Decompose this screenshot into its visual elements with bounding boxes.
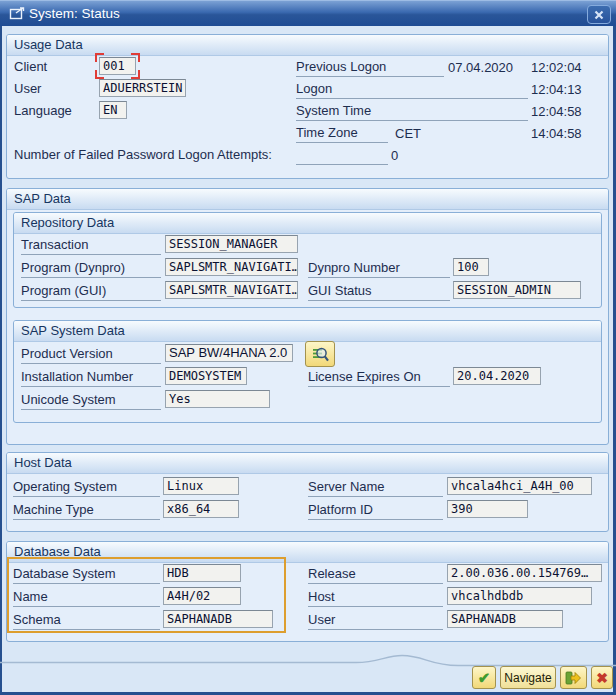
failed-attempts-value: 0 [391,147,398,165]
navigate-button[interactable]: Navigate [500,666,556,689]
check-icon: ✔ [478,670,491,685]
cancel-button[interactable]: ✖ [591,666,613,689]
system-time-value: 12:04:58 [531,103,582,121]
failed-attempts-label: Number of Failed Password Logon Attempts… [14,146,272,165]
unicode-system-field[interactable]: Yes [165,390,270,408]
time-zone-time: 14:04:58 [531,125,582,143]
language-label: Language [14,102,72,121]
logon-time: 12:04:13 [531,81,582,99]
title-bar: System: Status [0,0,616,26]
database-system-field[interactable]: HDB [163,564,241,582]
dynpro-number-field[interactable]: 100 [453,258,489,276]
system-time-label: System Time [296,102,528,121]
installation-number-label: Installation Number [21,368,161,387]
server-name-field[interactable]: vhcala4hci_A4H_00 [447,477,592,495]
repository-data-header: Repository Data [14,213,601,234]
host-data-header: Host Data [7,453,608,474]
window-border-left [0,26,2,695]
client-label: Client [14,58,47,77]
machine-type-field[interactable]: x86_64 [163,500,239,518]
previous-logon-time: 12:02:04 [531,59,582,77]
release-field[interactable]: 2.00.036.00.154769… [447,564,602,582]
client-field[interactable]: 001 [99,57,136,75]
usage-data-header: Usage Data [7,35,608,56]
product-version-details-button[interactable] [305,341,335,367]
platform-id-label: Platform ID [308,501,443,520]
previous-logon-label: Previous Logon [296,58,444,77]
platform-id-field[interactable]: 390 [447,500,528,518]
release-label: Release [308,565,443,584]
logon-label: Logon [296,80,528,99]
time-zone-label: Time Zone [296,124,388,143]
transaction-label: Transaction [21,236,161,255]
dynpro-number-label: Dynpro Number [308,259,450,278]
db-host-label: Host [308,588,443,607]
close-button[interactable] [587,5,611,24]
user-label: User [14,80,41,99]
installation-number-field[interactable]: DEMOSYSTEM [165,367,247,385]
server-name-label: Server Name [308,478,443,497]
license-expires-label: License Expires On [308,368,450,387]
program-dynpro-field[interactable]: SAPLSMTR_NAVIGATI… [165,258,298,276]
product-version-label: Product Version [21,345,161,364]
product-version-field[interactable]: SAP BW/4HANA 2.0 [165,344,293,362]
close-icon [594,10,604,20]
system-status-dialog: System: Status Usage Data Client 001 Use… [0,0,616,695]
operating-system-label: Operating System [13,478,160,497]
failed-attempts-filler [296,146,388,165]
schema-field[interactable]: SAPHANADB [163,610,273,628]
gui-status-label: GUI Status [308,282,450,301]
database-system-label: Database System [13,565,160,584]
db-user-field[interactable]: SAPHANADB [447,610,563,628]
language-field[interactable]: EN [99,101,127,119]
program-dynpro-label: Program (Dynpro) [21,259,161,278]
database-data-header: Database Data [7,542,608,563]
sap-system-data-header: SAP System Data [14,321,601,342]
db-user-label: User [308,611,443,630]
exit-button[interactable] [560,666,587,689]
license-expires-field[interactable]: 20.04.2020 [453,367,541,385]
red-x-icon: ✖ [596,671,608,685]
previous-logon-date: 07.04.2020 [448,59,513,77]
transaction-field[interactable]: SESSION_MANAGER [165,235,298,253]
program-gui-field[interactable]: SAPLSMTR_NAVIGATI… [165,281,298,299]
confirm-button[interactable]: ✔ [472,666,496,689]
window-title: System: Status [29,1,120,26]
magnifier-details-icon [311,346,330,363]
sap-data-header: SAP Data [7,189,608,210]
schema-label: Schema [13,611,160,630]
db-host-field[interactable]: vhcalhdbdb [447,587,592,605]
time-zone-value: CET [395,125,421,143]
program-gui-label: Program (GUI) [21,282,161,301]
db-name-label: Name [13,588,160,607]
db-name-field[interactable]: A4H/02 [163,587,241,605]
dialog-window-icon [9,6,26,25]
machine-type-label: Machine Type [13,501,160,520]
operating-system-field[interactable]: Linux [163,477,239,495]
gui-status-field[interactable]: SESSION_ADMIN [453,281,581,299]
unicode-system-label: Unicode System [21,391,161,410]
exit-door-arrow-icon [565,670,582,685]
user-field[interactable]: ADUERRSTEIN [99,79,186,97]
